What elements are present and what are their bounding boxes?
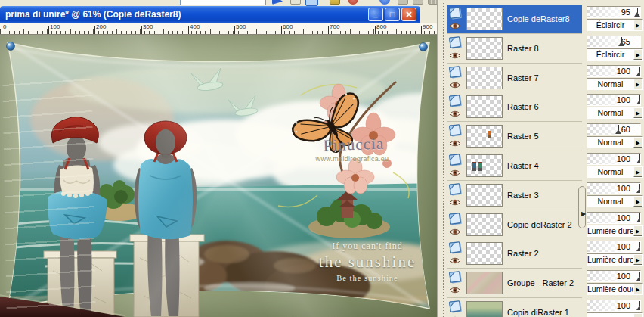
- close-button[interactable]: ✕: [401, 8, 416, 21]
- dropdown-arrow-icon[interactable]: ▶: [633, 313, 642, 317]
- opacity-slider[interactable]: 100: [587, 65, 641, 77]
- layer-row[interactable]: Raster 6: [447, 92, 582, 122]
- opacity-slider-handle[interactable]: [636, 213, 641, 223]
- layer-thumbnail[interactable]: [466, 242, 503, 265]
- dropdown-arrow-icon[interactable]: ▶: [633, 254, 642, 265]
- visibility-eye-icon[interactable]: [449, 110, 461, 118]
- visibility-eye-icon[interactable]: [449, 169, 461, 177]
- layers-palette-toggle-icon[interactable]: [305, 0, 318, 6]
- blend-mode-dropdown[interactable]: Normal ▶: [587, 136, 643, 148]
- visibility-eye-icon[interactable]: [449, 22, 461, 30]
- layer-row[interactable]: Copie deRaster8: [447, 5, 582, 34]
- document-titlebar[interactable]: prima di unire* @ 61% (Copie deRaster8) …: [0, 6, 420, 23]
- blend-mode-dropdown[interactable]: Normal ▶: [587, 107, 643, 119]
- visibility-eye-icon[interactable]: [449, 198, 461, 207]
- layer-thumbnail[interactable]: [466, 272, 503, 294]
- layer-thumbnail[interactable]: [466, 37, 503, 60]
- opacity-slider-handle[interactable]: [634, 8, 641, 17]
- dropdown-arrow-icon[interactable]: ▶: [633, 166, 642, 177]
- layer-thumbnail[interactable]: [466, 125, 503, 148]
- visibility-eye-icon[interactable]: [449, 256, 461, 265]
- layer-thumbnail[interactable]: [466, 213, 503, 236]
- layer-name: Raster 7: [507, 64, 539, 93]
- layer-name: Raster 3: [507, 181, 539, 210]
- maximize-button[interactable]: □: [385, 8, 400, 21]
- dropdown-arrow-icon[interactable]: ▶: [633, 137, 642, 148]
- opacity-slider-handle[interactable]: [636, 301, 641, 311]
- blend-mode-dropdown[interactable]: Normal ▶: [587, 78, 643, 90]
- layer-thumbnail[interactable]: [466, 67, 503, 89]
- opacity-slider-handle[interactable]: [636, 154, 641, 164]
- layer-thumbnail[interactable]: [466, 154, 503, 177]
- opacity-slider[interactable]: 100: [587, 300, 641, 312]
- dropdown-arrow-icon[interactable]: ▶: [633, 196, 642, 207]
- blend-mode-dropdown[interactable]: Lumière douce ▶: [587, 283, 643, 295]
- blend-mode-dropdown[interactable]: Lumière dure ▶: [587, 253, 643, 266]
- note-icon[interactable]: [290, 0, 301, 5]
- layer-row[interactable]: Copia diRaster 1: [447, 298, 582, 317]
- opacity-slider[interactable]: 100: [587, 153, 641, 165]
- opacity-slider-handle[interactable]: [636, 242, 641, 252]
- opacity-value: 100: [617, 184, 630, 193]
- blend-mode-dropdown[interactable]: Éclaircir ▶: [587, 19, 643, 31]
- layer-thumbnail[interactable]: [466, 184, 503, 207]
- opacity-slider-handle[interactable]: [618, 37, 625, 47]
- layer-row[interactable]: Raster 7: [447, 64, 582, 93]
- visibility-eye-icon[interactable]: [449, 81, 461, 89]
- layer-page-icon: [448, 212, 463, 226]
- opacity-slider[interactable]: 100: [587, 241, 641, 253]
- visibility-eye-icon[interactable]: [449, 51, 461, 60]
- layer-row[interactable]: Groupe - Raster 2: [447, 269, 582, 298]
- layer-name: Copia diRaster 1: [507, 298, 569, 317]
- toolbar-preset-input[interactable]: [180, 0, 266, 5]
- dropdown-arrow-icon[interactable]: ▶: [633, 225, 642, 236]
- opacity-slider-handle[interactable]: [636, 67, 641, 76]
- record-icon[interactable]: [348, 0, 358, 5]
- minimize-button[interactable]: –: [368, 8, 383, 21]
- opacity-slider[interactable]: 100: [587, 270, 641, 282]
- opacity-slider[interactable]: 100: [587, 182, 641, 194]
- dropdown-arrow-icon[interactable]: ▶: [633, 284, 642, 294]
- visibility-eye-icon[interactable]: [449, 286, 461, 294]
- opacity-slider[interactable]: 65: [587, 36, 641, 48]
- layer-thumbnail[interactable]: [466, 95, 503, 118]
- close-script-icon[interactable]: [413, 0, 423, 5]
- layer-row[interactable]: Raster 8: [447, 34, 582, 64]
- pause-icon[interactable]: [398, 0, 408, 5]
- opacity-slider-handle[interactable]: [615, 125, 622, 135]
- blend-mode-dropdown[interactable]: Normal ▶: [587, 195, 643, 207]
- opacity-slider-handle[interactable]: [636, 95, 641, 105]
- dropdown-arrow-icon[interactable]: ▶: [633, 49, 642, 60]
- palette-drag-gutter[interactable]: [443, 2, 446, 317]
- layer-row[interactable]: Raster 2: [447, 239, 582, 269]
- opacity-value: 100: [617, 242, 630, 251]
- refresh-icon[interactable]: [379, 0, 390, 5]
- opacity-slider[interactable]: 60: [587, 123, 641, 135]
- flag-icon[interactable]: [272, 0, 283, 5]
- splitter-arrow-icon[interactable]: ▶: [581, 210, 586, 217]
- blend-mode-dropdown[interactable]: Lumière dure ▶: [587, 225, 643, 237]
- opacity-slider[interactable]: 95: [587, 6, 641, 18]
- visibility-eye-icon[interactable]: [449, 228, 461, 236]
- image-canvas[interactable]: Pinuccia www.maidiregrafica.eu If you ca…: [0, 35, 437, 317]
- opacity-slider[interactable]: 100: [587, 94, 641, 106]
- opacity-slider[interactable]: 100: [587, 212, 641, 224]
- folder-icon[interactable]: [330, 0, 340, 5]
- blend-mode-dropdown[interactable]: Normal ▶: [587, 166, 643, 178]
- blend-mode-dropdown[interactable]: Éclaircir ▶: [587, 48, 643, 61]
- layer-row[interactable]: Raster 4: [447, 151, 582, 181]
- layer-thumbnail[interactable]: [466, 301, 503, 317]
- corner-pin-icons: [7, 42, 428, 51]
- visibility-eye-icon[interactable]: [449, 139, 461, 148]
- blend-mode-dropdown[interactable]: ▶: [587, 312, 643, 317]
- dropdown-arrow-icon[interactable]: ▶: [633, 79, 642, 89]
- layer-row[interactable]: Raster 5: [447, 122, 582, 151]
- opacity-slider-handle[interactable]: [636, 184, 641, 194]
- layer-row[interactable]: Copie deRaster 2: [447, 210, 582, 240]
- dropdown-arrow-icon[interactable]: ▶: [633, 20, 642, 30]
- opacity-slider-handle[interactable]: [636, 272, 641, 281]
- palette-splitter-handle[interactable]: [578, 186, 586, 228]
- layer-row[interactable]: Raster 3: [447, 181, 582, 210]
- layer-thumbnail[interactable]: [466, 8, 503, 30]
- dropdown-arrow-icon[interactable]: ▶: [633, 107, 642, 118]
